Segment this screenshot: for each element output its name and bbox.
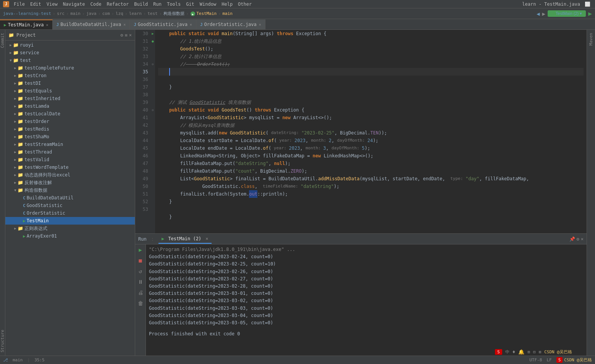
tree-item-excel[interactable]: ▶ 📁 动态选择列导出excel — [5, 171, 135, 179]
line-num-41: 41 — [135, 114, 148, 121]
tree-item-testequals[interactable]: ▶ 📁 testEquals — [5, 87, 135, 95]
run-print-button[interactable]: 🖨 — [137, 289, 144, 296]
run-play-button[interactable]: ▶ — [137, 246, 144, 254]
run-tab-testmain[interactable]: ▶ TestMain (2) × — [158, 235, 212, 244]
tab-builddatedatautil[interactable]: J BuildDateDataUtil.java × — [53, 19, 130, 29]
tree-item-testshamo[interactable]: ▶ 📁 testShaMo — [5, 133, 135, 141]
menu-window[interactable]: Window — [197, 1, 218, 8]
tree-item-arrayexer01[interactable]: ▶ ArrayExer01 — [5, 232, 135, 240]
java-class-icon: C — [23, 211, 26, 216]
pin-icon[interactable]: 📌 — [569, 236, 575, 242]
menu-run[interactable]: Run — [151, 1, 164, 8]
run-rerun-button[interactable]: ↺ — [137, 267, 144, 275]
menu-navigate[interactable]: Navigate — [61, 1, 87, 8]
tree-item-construct[interactable]: ▼ 📁 构造假数据 — [5, 186, 135, 194]
status-position[interactable]: 35:5 — [34, 358, 45, 362]
tree-item-testorder[interactable]: ▶ 📁 testOrder — [5, 118, 135, 125]
code-content[interactable]: public static void main ( String [] args… — [155, 30, 587, 233]
tree-item-testlamda[interactable]: ▶ 📁 testLamda — [5, 102, 135, 110]
code-line-35 — [158, 68, 584, 76]
settings-icon[interactable]: ⚙ — [577, 236, 579, 242]
tab-close-1[interactable]: × — [123, 23, 126, 27]
menu-code[interactable]: Code — [88, 1, 104, 8]
csdn-user: CSDN @吴巴格 — [544, 349, 572, 355]
close-panel-icon[interactable]: × — [581, 236, 584, 242]
tree-item-regex[interactable]: ▶ 📁 正则表达式 — [5, 225, 135, 232]
tool-commit[interactable]: Commit — [0, 30, 6, 51]
tree-item-orderstatistic[interactable]: C OrderStatistic — [5, 209, 135, 217]
breadcrumb-com[interactable]: com — [102, 11, 110, 16]
menu-other[interactable]: Other — [236, 1, 254, 8]
run-stop-button[interactable]: ■ — [137, 257, 144, 264]
menu-view[interactable]: View — [44, 1, 60, 8]
tree-item-testcron[interactable]: ▶ 📁 testCron — [5, 72, 135, 79]
menu-git[interactable]: Git — [184, 1, 197, 8]
tree-item-testcompleteFuture[interactable]: ▶ 📁 testCompleteFuture — [5, 64, 135, 72]
fold-marker-30[interactable]: ▶ — [150, 30, 155, 37]
tree-label: testShaMo — [24, 134, 49, 139]
tree-label: ArrayExer01 — [27, 233, 57, 239]
run-config-button[interactable]: ▶ TestMain (2) ▾ — [548, 10, 586, 17]
menu-help[interactable]: Help — [219, 1, 235, 8]
tab-close-2[interactable]: × — [190, 23, 192, 27]
tree-arrow: ▶ — [13, 165, 18, 169]
tab-close-3[interactable]: × — [259, 23, 261, 27]
breadcrumb-folder[interactable]: 构造假数据 — [163, 11, 184, 16]
breadcrumb-java[interactable]: java — [86, 11, 97, 16]
tree-item-testredis[interactable]: ▶ 📁 testRedis — [5, 125, 135, 133]
run-suspend-button[interactable]: ⏸ — [137, 278, 144, 286]
run-play-icon[interactable]: ▶ — [588, 10, 592, 17]
line-num-31: 31 — [135, 37, 148, 45]
breadcrumb-class[interactable]: ▶TestMain — [190, 11, 217, 16]
tree-item-testinherited[interactable]: ▶ 📁 testInherited — [5, 95, 135, 102]
tree-item-testlocaldate[interactable]: ▶ 📁 testLocalDate — [5, 110, 135, 118]
tree-item-testdi[interactable]: ▶ 📁 testDI — [5, 79, 135, 87]
run-trash-button[interactable]: 🗑 — [137, 299, 144, 307]
breadcrumb-src[interactable]: src — [57, 11, 65, 16]
line-separator[interactable]: LF — [546, 358, 551, 362]
maximize-icon[interactable]: ⬜ — [583, 2, 592, 7]
tree-item-reflect[interactable]: ▶ 📁 反射修改注解 — [5, 179, 135, 186]
breadcrumb-main[interactable]: main — [70, 11, 81, 16]
menu-file[interactable]: File — [11, 1, 27, 8]
breadcrumb-method[interactable]: main — [222, 11, 233, 16]
menu-bar: J File Edit View Navigate Code Refactor … — [0, 0, 595, 8]
tree-arrow: ▶ — [13, 120, 18, 123]
breadcrumb-test[interactable]: test — [147, 11, 158, 16]
nav-forward-icon[interactable]: ▶ — [542, 11, 545, 17]
menu-edit[interactable]: Edit — [28, 1, 44, 8]
tree-item-testvalid[interactable]: ▶ 📁 testValid — [5, 156, 135, 163]
fold-marker-33[interactable]: ⊖ — [150, 60, 155, 68]
panel-settings-icon[interactable]: ⚙ — [120, 32, 123, 38]
tree-item-teststreammain[interactable]: ▶ 📁 testStreamMain — [5, 141, 135, 148]
tab-goodstatistic[interactable]: J GoodStatistic.java × — [130, 19, 196, 29]
panel-close-icon[interactable]: × — [129, 32, 132, 38]
run-output[interactable]: "C:\Program Files\Java\jdk1.8.0_191\bin\… — [146, 244, 587, 356]
breadcrumb-learn[interactable]: learn — [129, 11, 142, 16]
tree-item-testthread[interactable]: ▶ 📁 testThread — [5, 148, 135, 156]
menu-tools[interactable]: Tools — [165, 1, 183, 8]
tree-item-ruoyi[interactable]: ▶ 📁 ruoyi — [5, 41, 135, 49]
menu-refactor[interactable]: Refactor — [104, 1, 131, 8]
breadcrumb-project[interactable]: java--learning-test — [3, 11, 51, 16]
tree-item-testmain[interactable]: ▶ TestMain — [5, 217, 135, 225]
tree-item-builddatedatautil[interactable]: C BuildDateDataUtil — [5, 194, 135, 202]
tree-arrow: ▶ — [13, 226, 18, 230]
panel-layout-icon[interactable]: ≡ — [125, 32, 128, 38]
tool-structure[interactable]: Structure — [0, 327, 6, 356]
tree-item-testwordtemplate[interactable]: ▶ 📁 testWordTemplate — [5, 163, 135, 171]
tree-item-goodstatistic[interactable]: C GoodStatistic — [5, 202, 135, 209]
encoding[interactable]: UTF-8 — [529, 358, 542, 362]
fold-marker-40[interactable]: ⊖ — [150, 106, 155, 114]
tree-item-service[interactable]: ▶ 📁 service — [5, 49, 135, 57]
nav-back-icon[interactable]: ◀ — [537, 11, 540, 17]
menu-build[interactable]: Build — [132, 1, 150, 8]
tab-testmain[interactable]: ▶ TestMain.java × — [0, 19, 53, 29]
tab-orderstatistic[interactable]: J OrderStatistic.java × — [196, 19, 265, 29]
tool-maven[interactable]: Maven — [588, 30, 594, 49]
fold-run-30[interactable]: ● — [150, 37, 155, 45]
run-tab-close[interactable]: × — [205, 236, 208, 241]
breadcrumb-lzq[interactable]: lzq — [116, 11, 123, 16]
tab-close-0[interactable]: × — [46, 23, 49, 27]
tree-item-test[interactable]: ▼ 📁 test — [5, 57, 135, 64]
